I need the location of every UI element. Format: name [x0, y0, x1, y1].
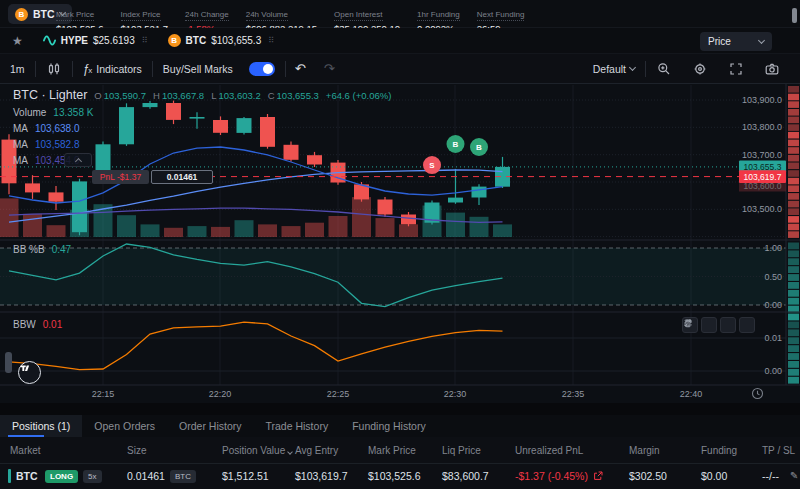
position-pnl-tooltip: PnL -$1.37: [92, 170, 149, 184]
btc-icon: B: [15, 8, 28, 21]
side-badge: LONG: [45, 470, 78, 483]
svg-text:0.50: 0.50: [764, 272, 782, 282]
svg-text:22:20: 22:20: [209, 389, 232, 399]
svg-text:103,800.0: 103,800.0: [742, 122, 782, 132]
svg-text:B: B: [476, 143, 482, 152]
drag-handle-icon[interactable]: ⠿: [142, 36, 148, 45]
gear-icon: [692, 61, 708, 77]
fx-icon: ƒx: [83, 62, 93, 76]
sell-mark[interactable]: S: [423, 156, 441, 174]
svg-text:103,700.0: 103,700.0: [742, 150, 782, 160]
buysell-marks-toggle[interactable]: [249, 62, 275, 76]
chart-settings-button[interactable]: [682, 61, 718, 77]
interval-button[interactable]: 1m: [0, 63, 35, 75]
tab-order-history[interactable]: Order History: [167, 415, 253, 437]
watchlist-item-btc[interactable]: B BTC $103,655.3 ⠿: [168, 34, 274, 47]
undo-button[interactable]: ↶: [286, 61, 315, 76]
pane-delete-button[interactable]: [701, 317, 717, 333]
col-mark-price: Mark Price: [368, 445, 416, 456]
share-pnl-icon[interactable]: [593, 471, 603, 481]
watchlist-item-hype[interactable]: HYPE $25.6193 ⠿: [43, 34, 148, 47]
btc-icon: B: [168, 34, 181, 47]
position-size-tooltip[interactable]: 0.01461: [151, 170, 213, 184]
pane-maximize-button[interactable]: [720, 317, 736, 333]
pane-controls: [682, 317, 755, 333]
positions-table: Market Size Position Value Avg Entry Mar…: [0, 437, 800, 489]
fullscreen-icon: [728, 61, 744, 77]
tab-funding-history[interactable]: Funding History: [340, 415, 438, 437]
clock-icon: [751, 387, 764, 400]
col-unrealized-pnl: Unrealized PnL: [515, 445, 583, 456]
col-size: Size: [127, 445, 146, 456]
pane-restore-button[interactable]: [739, 317, 755, 333]
camera-icon: [764, 61, 780, 77]
volume-legend: Volume 13.358 K: [13, 107, 391, 118]
long-accent-bar: [8, 469, 11, 483]
svg-text:1.00: 1.00: [764, 243, 782, 253]
indicators-button[interactable]: ƒx Indicators: [73, 62, 152, 76]
svg-text:0.00: 0.00: [764, 300, 782, 310]
svg-text:22:30: 22:30: [444, 389, 467, 399]
price-mode-dropdown[interactable]: Price: [700, 32, 772, 51]
col-market: Market: [10, 445, 41, 456]
svg-text:B: B: [453, 140, 459, 149]
position-market: BTC: [16, 470, 38, 482]
restore-square-icon: [682, 317, 694, 329]
price-change: +64.6 (+0.06%): [326, 90, 392, 101]
ma-legend-2: MA 103,582.8: [13, 139, 391, 150]
sort-chevron-icon: [287, 449, 293, 455]
watchlist-bar: ★ HYPE $25.6193 ⠿ B BTC $103,655.3 ⠿ Pri…: [0, 28, 800, 54]
chevron-down-icon: [758, 36, 765, 43]
bottom-tabs: Positions (1) Open Orders Order History …: [0, 415, 800, 437]
tradingview-glyph: [19, 362, 31, 374]
position-margin: $302.50: [629, 470, 667, 482]
svg-text:103,619.7: 103,619.7: [744, 172, 782, 182]
tab-open-orders[interactable]: Open Orders: [82, 415, 167, 437]
divider: [0, 403, 800, 415]
drag-handle-icon[interactable]: ⠿: [268, 36, 274, 45]
market-stats-bar: B BTC Mark Price $103,525.6 Index Price …: [0, 0, 800, 28]
position-mark-price: $103,525.6: [368, 470, 421, 482]
chart-symbol: BTC · Lighter: [13, 88, 87, 102]
position-unrealized-pnl: -$1.37 (-0.45%): [515, 470, 603, 482]
svg-text:0.01: 0.01: [764, 333, 782, 343]
edit-tp-sl-icon[interactable]: ✎: [790, 470, 798, 481]
svg-text:S: S: [429, 161, 435, 170]
position-liq-price: $83,600.7: [442, 470, 489, 482]
drawing-panel-handle[interactable]: [5, 352, 12, 373]
buy-mark[interactable]: B: [447, 135, 465, 153]
svg-text:22:40: 22:40: [680, 389, 703, 399]
position-size: 0.01461BTC: [127, 470, 196, 483]
fullscreen-button[interactable]: [718, 61, 754, 77]
candlestick-icon: [46, 61, 62, 77]
bb-percent-b-legend: BB %B 0.47: [13, 244, 71, 255]
svg-text:22:35: 22:35: [562, 389, 585, 399]
col-margin: Margin: [629, 445, 660, 456]
position-tp-sl: --/--: [762, 470, 779, 482]
candle-style-button[interactable]: [36, 61, 72, 77]
buy-mark[interactable]: B: [470, 138, 488, 156]
svg-text:0.00: 0.00: [764, 366, 782, 376]
buysell-marks-label: Buy/Sell Marks: [153, 63, 243, 75]
chevron-down-icon: [629, 64, 636, 71]
position-avg-entry: $103,619.7: [295, 470, 348, 482]
tab-positions[interactable]: Positions (1): [0, 415, 82, 437]
leverage-badge[interactable]: 5x: [83, 470, 101, 483]
zoom-in-button[interactable]: [646, 61, 682, 77]
redo-button[interactable]: ↷: [315, 61, 344, 76]
hype-icon: [43, 34, 56, 47]
scrollbar-thumb[interactable]: [792, 8, 797, 23]
tradingview-logo[interactable]: [18, 361, 41, 384]
star-icon[interactable]: ★: [12, 34, 23, 48]
magnifier-plus-icon: [656, 61, 672, 77]
col-liq-price: Liq Price: [442, 445, 481, 456]
chart-toolbar: 1m ƒx Indicators Buy/Sell Marks ↶ ↷ Defa…: [0, 54, 800, 84]
layout-dropdown[interactable]: Default: [583, 63, 645, 75]
size-asset-badge: BTC: [170, 470, 196, 483]
tab-trade-history[interactable]: Trade History: [254, 415, 341, 437]
col-position-value[interactable]: Position Value: [222, 445, 292, 456]
bbw-legend: BBW 0.01: [13, 319, 62, 330]
snapshot-button[interactable]: [754, 61, 790, 77]
legend-collapse-button[interactable]: [64, 153, 92, 167]
svg-text:22:25: 22:25: [327, 389, 350, 399]
